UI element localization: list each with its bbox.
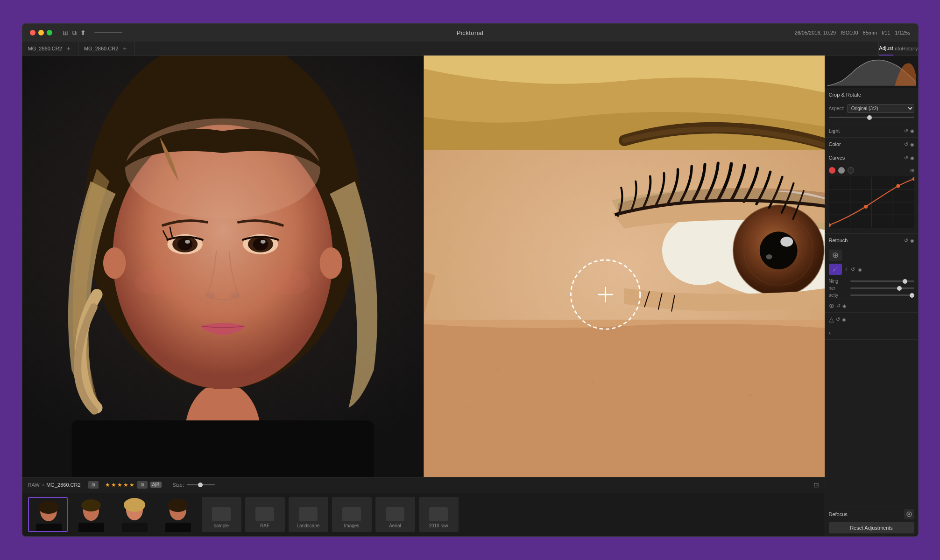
curves-chart[interactable] <box>829 176 914 228</box>
curves-toggle-icon[interactable]: ◉ <box>910 155 914 161</box>
light-reset-icon[interactable]: ↺ <box>904 128 908 134</box>
svg-rect-46 <box>36 524 62 532</box>
size-slider-track[interactable] <box>187 484 215 485</box>
gray-channel-dot[interactable] <box>838 167 845 174</box>
retouch-add-icon[interactable]: + <box>845 266 848 273</box>
thumbnail-item-2[interactable] <box>71 497 111 532</box>
extra2-toggle-icon[interactable]: ◉ <box>842 317 846 322</box>
svg-point-19 <box>267 269 311 294</box>
extra1-reset-icon[interactable]: ↺ <box>836 303 841 309</box>
color-reset-icon[interactable]: ↺ <box>904 141 908 147</box>
reset-adjustments-button[interactable]: Reset Adjustments <box>829 522 914 533</box>
slider-ner-thumb[interactable] <box>897 286 902 291</box>
dark-channel-dot[interactable] <box>848 167 854 174</box>
fullscreen-button[interactable]: ⊡ <box>813 481 819 489</box>
breadcrumb-sep: > <box>42 482 44 488</box>
defocus-button[interactable] <box>904 509 914 519</box>
svg-point-53 <box>124 498 145 512</box>
size-slider-thumb[interactable] <box>198 483 203 487</box>
color-toggle-icon[interactable]: ◉ <box>910 142 914 147</box>
section-retouch: Retouch ↺ ◉ <box>825 234 918 299</box>
shutter: 1/125s <box>895 30 910 35</box>
close-button[interactable] <box>30 30 35 35</box>
panel-bottom: Defocus Reset Adjustments <box>825 506 918 536</box>
photo-views <box>22 56 825 477</box>
folder-item-raf[interactable]: RAF <box>245 497 285 532</box>
retouch-heal-btn[interactable] <box>829 250 842 261</box>
aspect-label: Aspect: <box>829 106 844 111</box>
left-tab-add[interactable]: + <box>65 45 72 52</box>
svg-point-16 <box>205 293 215 299</box>
folder-label-2018raw: 2018 raw <box>429 523 448 528</box>
rating-stars[interactable]: ★ ★ ★ ★ ★ <box>105 482 134 488</box>
folder-item-aerial[interactable]: Aerial <box>375 497 415 532</box>
minimize-button[interactable] <box>38 30 44 35</box>
left-tab-label[interactable]: MG_2860.CR2 <box>28 46 62 51</box>
tab-adjust[interactable]: Adjust <box>879 42 893 56</box>
folder-item-images[interactable]: Images <box>332 497 372 532</box>
folder-item-landscape[interactable]: Landscape <box>289 497 328 532</box>
section-extra2-header[interactable]: △ ↺ ◉ <box>825 313 918 326</box>
section-extra3-header[interactable]: ‹ <box>825 326 918 339</box>
crop-slider[interactable] <box>829 117 914 118</box>
retouch-toggle-icon[interactable]: ◉ <box>910 238 914 243</box>
aspect-select[interactable]: Original (3:2) <box>847 104 914 113</box>
section-curves: Curves ↺ ◉ ⊞ <box>825 151 918 234</box>
curves-reset-icon[interactable]: ↺ <box>904 155 908 161</box>
maximize-button[interactable] <box>47 30 52 35</box>
star-2: ★ <box>111 482 116 488</box>
svg-point-45 <box>38 501 59 514</box>
retouch-brush-btn[interactable] <box>829 264 842 275</box>
iso: ISO100 <box>841 30 858 35</box>
arrow-icon: ‹ <box>829 329 831 336</box>
slider-acity-track[interactable] <box>850 294 914 296</box>
copy-icon[interactable]: ⊞ <box>137 481 148 489</box>
crop-slider-thumb[interactable] <box>867 115 872 120</box>
section-curves-header[interactable]: Curves ↺ ◉ <box>825 151 918 164</box>
svg-point-32 <box>780 237 793 247</box>
export-icon[interactable]: ⬆ <box>80 29 86 36</box>
slider-ning-track[interactable] <box>850 280 914 282</box>
folder-item-2018raw[interactable]: 2018 raw <box>419 497 459 532</box>
grid-view-icon[interactable]: ⊞ <box>63 29 68 36</box>
right-tab-label[interactable]: MG_2860.CR2 <box>84 46 118 51</box>
right-tab-section: MG_2860.CR2 + <box>78 42 134 55</box>
section-retouch-header[interactable]: Retouch ↺ ◉ <box>825 234 918 247</box>
folder-item-sample[interactable]: sample <box>202 497 241 532</box>
retouch-tool-reset-icon[interactable]: ↺ <box>851 266 855 273</box>
retouch-reset-icon[interactable]: ↺ <box>904 238 908 244</box>
slider-acity-thumb[interactable] <box>910 293 914 298</box>
right-tab-add[interactable]: + <box>121 45 128 52</box>
screenshot-icon[interactable]: ⊞ <box>88 481 99 489</box>
tab-bar: MG_2860.CR2 + MG_2860.CR2 + Adjust Info … <box>22 42 918 56</box>
section-crop-header[interactable]: Crop & Rotate <box>825 88 918 101</box>
thumbnail-item-3[interactable] <box>115 497 155 532</box>
section-color-header[interactable]: Color ↺ ◉ <box>825 138 918 151</box>
slider-ning-thumb[interactable] <box>903 279 907 284</box>
curves-more-icon[interactable]: ⊞ <box>910 168 914 174</box>
slider-ner-track[interactable] <box>850 287 914 289</box>
svg-rect-62 <box>342 507 361 521</box>
defocus-row: Defocus <box>829 509 914 519</box>
extra2-reset-icon[interactable]: ↺ <box>836 316 840 322</box>
svg-point-37 <box>466 407 468 409</box>
section-light-header[interactable]: Light ↺ ◉ <box>825 124 918 137</box>
breadcrumb: RAW > MG_2860.CR2 <box>28 482 81 488</box>
tab-info[interactable]: Info <box>893 42 902 56</box>
section-extra1-header[interactable]: ⊕ ↺ ◉ <box>825 299 918 312</box>
svg-point-27 <box>662 216 737 285</box>
retouch-tool-toggle-icon[interactable]: ◉ <box>858 267 862 272</box>
split-view-icon[interactable]: ⧉ <box>72 29 77 37</box>
extra1-toggle-icon[interactable]: ◉ <box>842 303 847 308</box>
section-extra-1: ⊕ ↺ ◉ <box>825 299 918 313</box>
thumbnail-item-1[interactable] <box>28 497 68 532</box>
left-tab-section: MG_2860.CR2 + <box>22 42 78 55</box>
light-toggle-icon[interactable]: ◉ <box>910 128 914 133</box>
thumbnail-item-4[interactable] <box>158 497 198 532</box>
ab-toggle[interactable]: A|B <box>150 482 162 488</box>
red-channel-dot[interactable] <box>829 167 835 174</box>
svg-point-33 <box>766 254 772 259</box>
svg-rect-4 <box>71 420 374 477</box>
app-window: ⊞ ⧉ ⬆ Picktorial 26/05/2016, 10:29 ISO10… <box>22 23 919 537</box>
tab-history[interactable]: History <box>902 42 918 56</box>
